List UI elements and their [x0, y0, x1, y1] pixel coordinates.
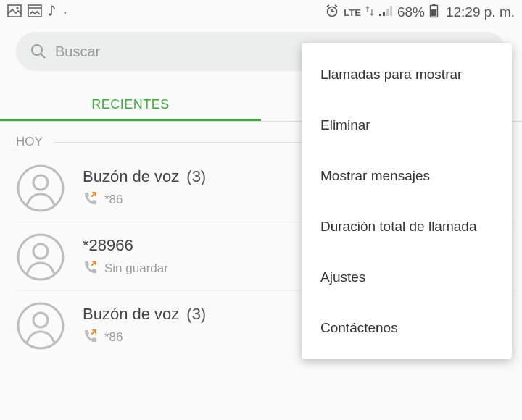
outgoing-call-icon — [83, 328, 99, 348]
svg-rect-12 — [386, 9, 389, 16]
svg-point-4 — [49, 13, 52, 16]
overflow-menu: Llamadas para mostrar Eliminar Mostrar m… — [302, 43, 512, 359]
call-name: Buzón de voz — [83, 305, 179, 324]
call-sub-text: *86 — [104, 193, 123, 207]
avatar — [16, 301, 65, 350]
svg-point-20 — [33, 175, 48, 190]
svg-line-8 — [327, 5, 329, 7]
signal-bars-icon — [378, 5, 393, 20]
avatar — [16, 164, 65, 213]
call-name: *28966 — [83, 236, 133, 255]
outgoing-call-icon — [83, 259, 99, 279]
clock-time: 12:29 p. m. — [446, 4, 515, 20]
tab-label: RECIENTES — [91, 97, 170, 112]
call-count: (3) — [186, 305, 206, 324]
avatar — [16, 232, 65, 282]
battery-percent: 68% — [397, 4, 425, 20]
svg-point-21 — [18, 235, 63, 280]
svg-point-19 — [18, 166, 63, 211]
svg-rect-2 — [28, 5, 41, 17]
svg-point-24 — [33, 313, 48, 327]
svg-rect-13 — [390, 6, 392, 16]
svg-line-9 — [335, 5, 337, 7]
call-sub-text: *86 — [104, 330, 123, 345]
svg-line-18 — [41, 54, 46, 59]
search-icon — [30, 43, 46, 59]
calendar-picture-icon — [28, 4, 42, 21]
dot-icon: • — [64, 9, 67, 17]
svg-point-1 — [16, 7, 18, 9]
menu-item-delete[interactable]: Eliminar — [302, 100, 512, 151]
svg-rect-15 — [432, 4, 435, 5]
svg-point-17 — [32, 45, 42, 55]
svg-point-22 — [33, 244, 48, 259]
menu-item-contact-us[interactable]: Contáctenos — [302, 303, 512, 353]
signal-updown-icon — [365, 5, 374, 20]
menu-item-show-messages[interactable]: Mostrar mensajes — [302, 151, 512, 201]
call-count: (3) — [186, 167, 206, 186]
menu-item-calls-to-show[interactable]: Llamadas para mostrar — [302, 49, 512, 100]
menu-item-total-duration[interactable]: Duración total de llamada — [302, 201, 512, 252]
music-icon — [48, 4, 58, 22]
status-bar: • LTE 68% 12:29 p. m. — [0, 0, 522, 25]
svg-rect-11 — [383, 12, 385, 16]
battery-icon — [429, 4, 439, 22]
tab-recientes[interactable]: RECIENTES — [0, 97, 261, 121]
call-name: Buzón de voz — [83, 167, 179, 186]
picture-icon — [7, 4, 22, 21]
svg-rect-10 — [379, 14, 381, 16]
alarm-icon — [325, 4, 339, 22]
section-label: HOY — [16, 135, 43, 149]
menu-item-settings[interactable]: Ajustes — [302, 252, 512, 303]
lte-label: LTE — [344, 7, 361, 18]
svg-rect-16 — [431, 9, 436, 16]
call-sub-text: Sin guardar — [104, 261, 168, 276]
svg-point-23 — [18, 303, 63, 348]
outgoing-call-icon — [83, 190, 99, 210]
